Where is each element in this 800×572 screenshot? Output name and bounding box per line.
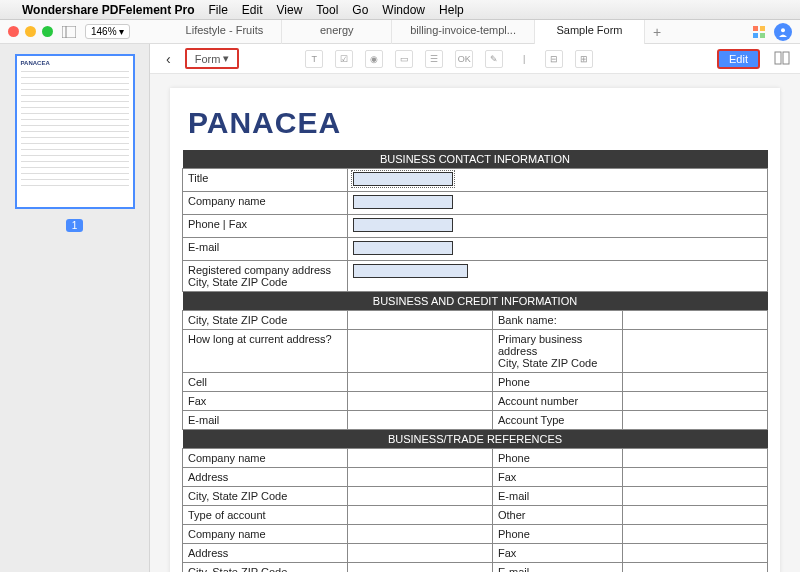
field-cell[interactable]: [348, 215, 768, 238]
form-mode-dropdown[interactable]: Form▾: [185, 48, 240, 69]
checkbox-tool-icon[interactable]: ☑: [335, 50, 353, 68]
field-cell[interactable]: [623, 525, 768, 544]
more-tools-icon[interactable]: ⊞: [575, 50, 593, 68]
field-label: Type of account: [183, 506, 348, 525]
document-viewport[interactable]: PANACEA BUSINESS CONTACT INFORMATION Tit…: [150, 74, 800, 572]
field-cell[interactable]: [623, 411, 768, 430]
field-cell[interactable]: [623, 468, 768, 487]
field-cell[interactable]: [348, 373, 493, 392]
field-cell[interactable]: [623, 311, 768, 330]
field-cell[interactable]: [348, 506, 493, 525]
back-button[interactable]: ‹: [160, 51, 177, 67]
edit-button[interactable]: Edit: [717, 49, 760, 69]
field-cell[interactable]: [348, 261, 768, 292]
menu-file[interactable]: File: [209, 3, 228, 17]
field-cell[interactable]: [348, 192, 768, 215]
field-cell[interactable]: [348, 411, 493, 430]
menu-tool[interactable]: Tool: [316, 3, 338, 17]
field-label: Phone | Fax: [183, 215, 348, 238]
field-label: E-mail: [183, 411, 348, 430]
text-input-field[interactable]: [353, 172, 453, 186]
signature-tool-icon[interactable]: ✎: [485, 50, 503, 68]
field-label: Fax: [493, 468, 623, 487]
field-label: City, State ZIP Code: [183, 311, 348, 330]
field-cell[interactable]: [623, 563, 768, 573]
field-cell[interactable]: [348, 563, 493, 573]
field-cell[interactable]: [348, 238, 768, 261]
tab-sample-form[interactable]: Sample Form: [535, 20, 645, 44]
text-input-field[interactable]: [353, 218, 453, 232]
menu-go[interactable]: Go: [352, 3, 368, 17]
tab-billing[interactable]: billing-invoice-templ...: [392, 20, 535, 44]
field-label: Bank name:: [493, 311, 623, 330]
field-cell[interactable]: [623, 330, 768, 373]
text-field-tool-icon[interactable]: T: [305, 50, 323, 68]
close-window-icon[interactable]: [8, 26, 19, 37]
field-label: Fax: [493, 544, 623, 563]
field-label: Address: [183, 544, 348, 563]
field-label: E-mail: [183, 238, 348, 261]
field-cell[interactable]: [348, 311, 493, 330]
sidebar-toggle-icon[interactable]: [59, 23, 79, 41]
add-tab-button[interactable]: +: [645, 20, 669, 44]
field-cell[interactable]: [623, 544, 768, 563]
chevron-down-icon: ▾: [119, 26, 124, 37]
content-area: ‹ Form▾ T ☑ ◉ ▭ ☰ OK ✎ | ⊟ ⊞ Edit PANACE…: [150, 44, 800, 572]
menu-window[interactable]: Window: [382, 3, 425, 17]
field-cell[interactable]: [348, 169, 768, 192]
thumbnail-sidebar: PANACEA 1: [0, 44, 150, 572]
field-label: Company name: [183, 192, 348, 215]
button-tool-icon[interactable]: OK: [455, 50, 473, 68]
section-header: BUSINESS AND CREDIT INFORMATION: [183, 292, 768, 311]
field-cell[interactable]: [623, 392, 768, 411]
divider: |: [515, 50, 533, 68]
field-cell[interactable]: [348, 525, 493, 544]
field-label: Account Type: [493, 411, 623, 430]
window-controls: 146%▾: [0, 18, 138, 46]
field-cell[interactable]: [348, 487, 493, 506]
field-cell[interactable]: [348, 392, 493, 411]
field-label: Company name: [183, 525, 348, 544]
radio-tool-icon[interactable]: ◉: [365, 50, 383, 68]
page-number-badge[interactable]: 1: [66, 219, 84, 232]
page-display-icon[interactable]: [774, 51, 790, 67]
combo-tool-icon[interactable]: ▭: [395, 50, 413, 68]
user-avatar-icon[interactable]: [774, 23, 792, 41]
field-label: Account number: [493, 392, 623, 411]
field-label: City, State ZIP Code: [183, 563, 348, 573]
field-label: Other: [493, 506, 623, 525]
tab-energy[interactable]: energy: [282, 20, 392, 44]
field-cell[interactable]: [348, 449, 493, 468]
section-header: BUSINESS CONTACT INFORMATION: [183, 150, 768, 169]
text-input-field[interactable]: [353, 195, 453, 209]
field-cell[interactable]: [623, 506, 768, 525]
zoom-selector[interactable]: 146%▾: [85, 24, 130, 39]
menu-view[interactable]: View: [277, 3, 303, 17]
field-cell[interactable]: [348, 330, 493, 373]
field-label: Registered company addressCity, State ZI…: [183, 261, 348, 292]
field-cell[interactable]: [348, 544, 493, 563]
text-input-field[interactable]: [353, 264, 468, 278]
text-input-field[interactable]: [353, 241, 453, 255]
list-tool-icon[interactable]: ☰: [425, 50, 443, 68]
field-label: How long at current address?: [183, 330, 348, 373]
field-cell[interactable]: [623, 487, 768, 506]
chevron-down-icon: ▾: [223, 52, 229, 65]
align-tool-icon[interactable]: ⊟: [545, 50, 563, 68]
field-cell[interactable]: [623, 373, 768, 392]
field-label: Title: [183, 169, 348, 192]
form-toolbar: ‹ Form▾ T ☑ ◉ ▭ ☰ OK ✎ | ⊟ ⊞ Edit: [150, 44, 800, 74]
menu-edit[interactable]: Edit: [242, 3, 263, 17]
minimize-window-icon[interactable]: [25, 26, 36, 37]
svg-rect-8: [783, 52, 789, 64]
page-thumbnail[interactable]: PANACEA: [15, 54, 135, 209]
field-cell[interactable]: [348, 468, 493, 487]
form-field-tools: T ☑ ◉ ▭ ☰ OK ✎ | ⊟ ⊞: [305, 50, 593, 68]
field-cell[interactable]: [623, 449, 768, 468]
menu-help[interactable]: Help: [439, 3, 464, 17]
tab-lifestyle[interactable]: Lifestyle - Fruits: [168, 20, 283, 44]
fullscreen-window-icon[interactable]: [42, 26, 53, 37]
app-grid-icon[interactable]: [752, 25, 766, 39]
app-name[interactable]: Wondershare PDFelement Pro: [22, 3, 195, 17]
svg-rect-4: [753, 33, 758, 38]
